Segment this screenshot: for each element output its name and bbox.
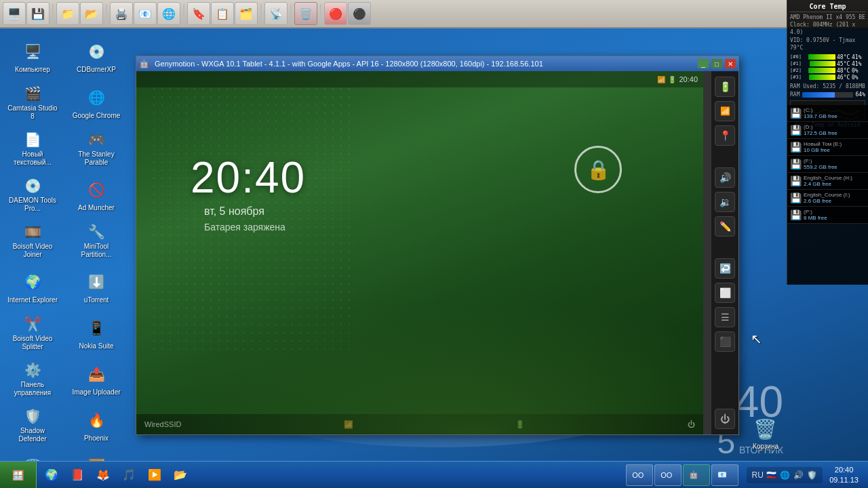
genymotion-window[interactable]: 🤖 Genymotion - WXGA 10.1 Tablet - 4.1.1 … — [136, 56, 739, 435]
admuncher-label: Ad Muncher — [78, 204, 115, 212]
gps-btn[interactable]: 📍 — [715, 125, 735, 146]
toolbar-btn-computer[interactable]: 🖥️ — [3, 2, 26, 25]
desktop-icon-nokia[interactable]: 📱 Nokia Suite — [66, 312, 126, 354]
drive-e[interactable]: 💾 Новый Том (E:) 10 GB free — [787, 139, 868, 156]
core2-label: [#2] — [790, 68, 807, 73]
statusbar-time: 20:40 — [679, 75, 698, 83]
menu-btn[interactable]: ☰ — [715, 307, 735, 327]
toolbar-btn-folder[interactable]: 📁 — [56, 2, 79, 25]
desktop-icon-utorrent[interactable]: ⬇️ uTorrent — [66, 266, 126, 308]
desktop-icon-controlpanel[interactable]: ⚙️ Панель управления — [3, 358, 62, 400]
desktop-icon-computer[interactable]: 🖥️ Компьютер — [3, 35, 62, 77]
desktop-icon-videosplitter[interactable]: ✂️ Boisoft Video Splitter — [3, 312, 62, 354]
desktop-icon-camtasia[interactable]: 🎬 Camtasia Studio 8 — [3, 81, 62, 123]
taskbar-pot-btn[interactable]: ▶️ — [142, 463, 167, 487]
taskbar-ff-btn[interactable]: 🦊 — [91, 463, 115, 487]
recycle-bin[interactable]: 🗑️ Корзина — [753, 418, 778, 451]
power-android-btn[interactable]: ⏻ — [715, 409, 735, 429]
stanley-icon: 🎮 — [84, 130, 108, 148]
home-btn[interactable]: ⬛ — [715, 331, 735, 352]
drive-e-label: Новый Том (E:) — [804, 141, 865, 147]
taskbar-app-oo1[interactable]: OO — [626, 464, 653, 486]
notepad-label: Новый текстовый... — [5, 150, 60, 167]
drive-d[interactable]: 💾 (D:) 172.5 GB free — [787, 122, 868, 139]
toolbar-btn-files[interactable]: 🗂️ — [235, 2, 258, 25]
toolbar-btn-stop-red[interactable]: 🔴 — [324, 2, 347, 25]
core1-fill — [810, 61, 835, 66]
desktop-icon-imageuploader[interactable]: 📤 Image Uploader — [66, 358, 126, 400]
core0-bar: [#0] 48°C 41% — [790, 54, 865, 60]
recent-btn[interactable]: ⬜ — [715, 283, 735, 303]
genymotion-titlebar[interactable]: 🤖 Genymotion - WXGA 10.1 Tablet - 4.1.1 … — [136, 56, 738, 71]
taskbar-pdf-btn[interactable]: 📕 — [65, 463, 90, 487]
desktop-icon-ie[interactable]: 🌍 Internet Explorer — [3, 266, 62, 308]
taskbar-ie-btn[interactable]: 🌍 — [39, 463, 64, 487]
toolbar-btn-clipboard[interactable]: 📋 — [211, 2, 234, 25]
core3-load: 0% — [852, 75, 865, 81]
desktop-icon-partition[interactable]: 🔧 MiniTool Partition... — [66, 220, 126, 262]
desktop-icon-admuncher[interactable]: 🚫 Ad Muncher — [66, 174, 126, 216]
drive-p-space: 8 MB free — [804, 215, 865, 221]
system-tray-area: RU 🇷🇺 🌐 🔊 🛡️ — [747, 467, 823, 483]
taskbar-fman-btn[interactable]: 📂 — [168, 463, 193, 487]
tray-security-icon[interactable]: 🛡️ — [806, 470, 817, 481]
rotate-btn[interactable]: ✏️ — [715, 216, 735, 237]
toolbar-btn-email[interactable]: 📧 — [134, 2, 157, 25]
desktop-icon-cdburner[interactable]: 💿 CDBurnerXP — [66, 35, 126, 77]
cpu-info: AMD Phenom II x4 955 BE Clock: 804MHz (2… — [790, 14, 865, 52]
drive-p-label: (P:) — [804, 209, 865, 215]
back-btn[interactable]: ↩️ — [715, 258, 735, 279]
android-lock-icon[interactable]: 🔒 — [574, 146, 622, 193]
drive-p[interactable]: 💾 (P:) 8 MB free — [787, 207, 868, 224]
battery-btn[interactable]: 🔋 — [715, 77, 735, 97]
taskbar-app-geny[interactable]: 🤖 — [683, 464, 710, 486]
taskbar-app-email[interactable]: 📧 — [711, 464, 738, 486]
drive-c[interactable]: 💾 (C:) 139.7 GB free — [787, 105, 868, 122]
tray-lang[interactable]: RU — [752, 470, 763, 481]
toolbar-btn-folder-open[interactable]: 📂 — [80, 2, 103, 25]
core1-bar: [#1] 45°C 41% — [790, 61, 865, 67]
start-button[interactable]: 🪟 — [0, 462, 37, 489]
ram-bar — [802, 92, 852, 98]
drive-f[interactable]: 💾 (F:) 559.2 GB free — [787, 156, 868, 173]
android-screen[interactable]: 📶 🔋 20:40 20:40 вт, 5 ноября Батарея зар… — [136, 71, 703, 434]
taskbar-app-oo2[interactable]: OO — [654, 464, 682, 486]
core0-fill — [808, 54, 835, 60]
drive-h[interactable]: 💾 English_Course (H:) 2.4 GB free — [787, 173, 868, 190]
desktop-icon-chrome[interactable]: 🌐 Google Chrome — [66, 81, 126, 123]
taskbar-clock[interactable]: 20:40 09.11.13 — [825, 464, 863, 486]
taskbar-aimp-btn[interactable]: 🎵 — [117, 463, 141, 487]
ram-fill — [802, 92, 834, 98]
wifi-btn[interactable]: 📶 — [715, 101, 735, 121]
toolbar-btn-drive[interactable]: 💾 — [26, 2, 50, 25]
toolbar-btn-internet[interactable]: 🌐 — [157, 2, 180, 25]
tray-volume-icon[interactable]: 🔊 — [793, 470, 804, 481]
close-button[interactable]: ✕ — [725, 59, 736, 68]
recycle-bin-icon: 🗑️ — [753, 418, 777, 441]
controlpanel-label: Панель управления — [5, 381, 60, 397]
toolbar-btn-printer[interactable]: 🖨️ — [110, 2, 133, 25]
toolbar-btn-stop-black[interactable]: ⚫ — [348, 2, 371, 25]
genymotion-scrollbar[interactable] — [703, 71, 711, 434]
drive-i[interactable]: 💾 English_Course (I:) 2.6 GB free — [787, 190, 868, 207]
android-power-btn[interactable]: ⏻ — [688, 420, 695, 428]
drive-c-label: (C:) — [804, 107, 865, 113]
android-battery-text: Батарея заряжена — [204, 222, 285, 232]
desktop-icon-shadow[interactable]: 🛡️ Shadow Defender — [3, 404, 62, 446]
volume-down-btn[interactable]: 🔉 — [715, 192, 735, 212]
desktop-icon-daemon[interactable]: 💿 DAEMON Tools Pro... — [3, 174, 62, 216]
desktop-icon-videojoiner[interactable]: 🎞️ Boisoft Video Joiner — [3, 220, 62, 262]
desktop-icon-stanley[interactable]: 🎮 The Stanley Parable — [66, 127, 126, 169]
toolbar-btn-network[interactable]: 📡 — [264, 2, 288, 25]
desktop-icon-notepad[interactable]: 📄 Новый текстовый... — [3, 127, 62, 169]
toolbar-btn-delete[interactable]: 🗑️ — [294, 2, 317, 25]
toolbar-btn-bookmark[interactable]: 🔖 — [187, 2, 210, 25]
maximize-button[interactable]: □ — [711, 59, 722, 68]
notepad-icon: 📄 — [20, 130, 45, 148]
tray-network-icon[interactable]: 🌐 — [779, 470, 790, 481]
volume-up-btn[interactable]: 🔊 — [715, 167, 735, 188]
core0-label: [#0] — [790, 54, 807, 60]
minimize-button[interactable]: _ — [698, 59, 709, 68]
desktop-icon-phoenix[interactable]: 🔥 Phoenix — [66, 404, 126, 446]
toolbar-separator-4 — [260, 4, 262, 23]
